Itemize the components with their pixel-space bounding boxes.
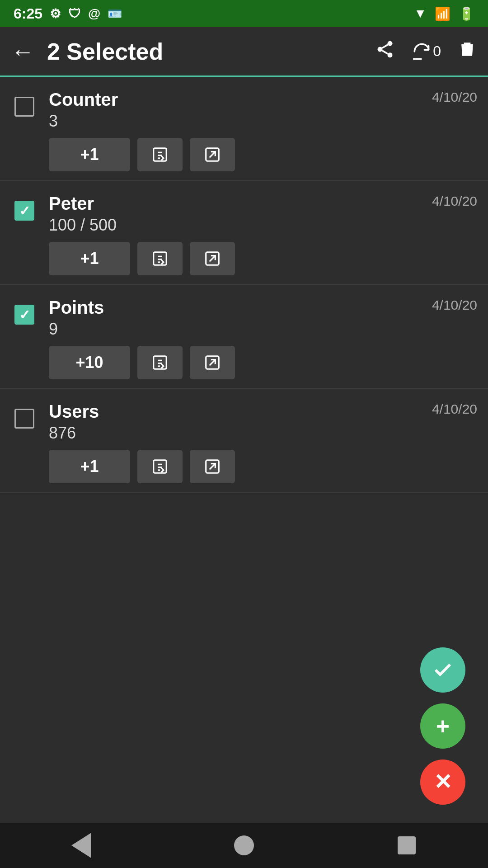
counter-name-3: Users [49,401,477,422]
counter-name-0: Counter [49,90,477,110]
edit-button-2[interactable] [137,346,183,379]
checkbox-points[interactable] [11,301,38,328]
wifi-icon: ▼ [414,6,427,21]
open-button-0[interactable] [190,138,235,171]
checkbox-input-peter[interactable] [14,201,34,221]
status-time: 6:25 [14,5,42,22]
edit-button-1[interactable] [137,242,183,275]
back-triangle-icon [71,833,91,858]
list-item: Counter 3 4/10/20 +1 [0,77,488,181]
svg-point-1 [378,47,383,52]
counter-date-1: 4/10/20 [432,193,477,209]
svg-point-0 [388,41,393,46]
open-button-3[interactable] [190,450,235,483]
counter-name-2: Points [49,297,477,318]
home-circle-icon [234,835,254,855]
battery-icon: 🔋 [459,6,474,21]
nav-home-button[interactable] [226,827,262,863]
list-item: Points 9 4/10/20 +10 [0,285,488,389]
app-bar-actions: 0 [375,39,477,64]
counter-date-0: 4/10/20 [432,90,477,105]
checkbox-users[interactable] [11,405,38,432]
svg-line-23 [210,360,216,366]
increment-button-3[interactable]: +1 [49,450,130,483]
close-icon: ✕ [434,771,452,793]
nav-back-button[interactable] [63,827,99,863]
confirm-selection-fab[interactable] [420,647,465,693]
counter-value-3: 876 [49,424,477,443]
counter-value-0: 3 [49,112,477,131]
svg-line-3 [382,50,388,53]
edit-counter-button[interactable]: 0 [411,42,441,61]
svg-line-29 [210,464,216,470]
page-title: 2 Selected [47,38,375,65]
checkbox-input-users[interactable] [14,409,34,429]
counter-value-1: 100 / 500 [49,216,477,235]
counter-date-3: 4/10/20 [432,401,477,417]
checkbox-peter[interactable] [11,197,38,224]
svg-point-2 [388,52,393,57]
app-bar: ← 2 Selected 0 [0,27,488,77]
signal-icon: 📶 [435,6,450,21]
list-item: Users 876 4/10/20 +1 [0,389,488,493]
list-item: Peter 100 / 500 4/10/20 +1 [0,181,488,285]
increment-button-2[interactable]: +10 [49,346,130,379]
id-icon: 🪪 [108,7,122,21]
edit-button-0[interactable] [137,138,183,171]
open-button-1[interactable] [190,242,235,275]
fab-container: + ✕ [420,647,465,805]
checkbox-input-points[interactable] [14,305,34,325]
edit-counter-count: 0 [433,43,441,60]
svg-line-4 [382,44,388,47]
add-icon: + [436,714,450,738]
counter-value-2: 9 [49,320,477,339]
back-button[interactable]: ← [11,38,34,65]
add-fab[interactable]: + [420,703,465,749]
counter-list: Counter 3 4/10/20 +1 [0,77,488,823]
increment-button-1[interactable]: +1 [49,242,130,275]
checkbox-counter[interactable] [11,93,38,120]
status-bar: 6:25 ⚙ 🛡 @ 🪪 ▼ 📶 🔋 [0,0,488,27]
open-button-2[interactable] [190,346,235,379]
checkbox-input-counter[interactable] [14,97,34,117]
at-icon: @ [88,6,100,21]
increment-button-0[interactable]: +1 [49,138,130,171]
counter-date-2: 4/10/20 [432,297,477,313]
svg-line-11 [210,152,216,158]
shield-icon: 🛡 [68,6,81,21]
share-button[interactable] [375,39,395,64]
nav-bar [0,823,488,868]
nav-recents-button[interactable] [389,827,425,863]
recents-square-icon [398,836,416,854]
delete-button[interactable] [457,39,477,64]
close-fab[interactable]: ✕ [420,760,465,805]
settings-icon: ⚙ [50,6,61,21]
edit-button-3[interactable] [137,450,183,483]
svg-line-17 [210,256,216,262]
counter-name-1: Peter [49,193,477,214]
